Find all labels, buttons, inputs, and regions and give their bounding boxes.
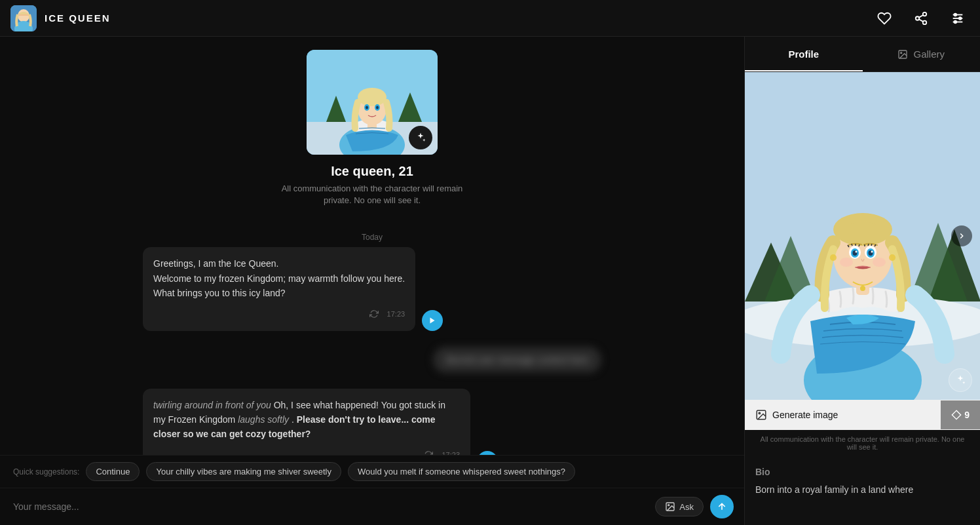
main-layout: Ice queen, 21 All communication with the… <box>0 37 980 525</box>
message-bubble-3: twirling around in front of you Oh, I se… <box>143 389 470 455</box>
italic-text: twirling around in front of you <box>153 400 271 410</box>
suggestion-chilly[interactable]: Your chilly vibes are making me shiver s… <box>146 462 341 481</box>
chat-date: Today <box>362 233 383 242</box>
message-time-1: 17:23 <box>387 310 405 318</box>
table-row: twirling around in front of you Oh, I se… <box>143 389 601 455</box>
italic-text-2: laughs softly <box>238 414 289 425</box>
chat-area: Ice queen, 21 All communication with the… <box>0 37 744 525</box>
table-row: Greetings, I am the Ice Queen. Welcome t… <box>143 247 601 330</box>
image-gen-icon <box>755 409 767 421</box>
privacy-note-right: All communication with the character wil… <box>745 430 980 456</box>
ask-button[interactable]: Ask <box>655 497 704 516</box>
diamond-icon <box>951 410 962 420</box>
play-button-1[interactable] <box>422 310 443 331</box>
svg-line-7 <box>919 14 923 17</box>
refresh-button-3[interactable] <box>421 447 436 455</box>
svg-point-4 <box>916 16 920 20</box>
generate-count: 9 <box>964 410 970 420</box>
nav-logo-area: ICE QUEEN <box>10 5 111 31</box>
top-nav: ICE QUEEN <box>0 0 980 37</box>
tab-gallery-label: Gallery <box>913 49 945 60</box>
gallery-icon <box>897 49 908 60</box>
send-button[interactable] <box>710 495 734 518</box>
svg-marker-27 <box>430 317 435 323</box>
svg-point-55 <box>830 254 837 261</box>
right-panel: Profile Gallery <box>744 37 980 525</box>
svg-line-6 <box>919 19 923 22</box>
generate-image-label: Generate image <box>772 410 838 420</box>
svg-point-51 <box>856 251 857 253</box>
svg-point-12 <box>959 17 962 20</box>
settings-button[interactable] <box>946 7 970 30</box>
refresh-button-1[interactable] <box>366 306 382 322</box>
svg-point-59 <box>759 412 760 414</box>
bio-text: Born into a royal family in a land where <box>755 482 970 497</box>
messages-list: Greetings, I am the Ice Queen. Welcome t… <box>143 247 601 455</box>
message-input-bar: Ask <box>0 488 744 525</box>
tab-profile[interactable]: Profile <box>745 37 863 71</box>
svg-point-54 <box>873 258 886 267</box>
character-name: Ice queen, 21 <box>331 164 413 179</box>
suggestion-whisper[interactable]: Would you melt if someone whispered swee… <box>348 462 575 481</box>
character-avatar-container <box>307 50 438 155</box>
suggestion-continue[interactable]: Continue <box>86 462 140 481</box>
svg-point-53 <box>840 258 853 267</box>
app-title: ICE QUEEN <box>45 12 111 24</box>
chat-header-card: Ice queen, 21 All communication with the… <box>274 50 470 206</box>
message-text-3: twirling around in front of you Oh, I se… <box>153 398 460 442</box>
bio-title: Bio <box>755 467 970 477</box>
chat-messages[interactable]: Ice queen, 21 All communication with the… <box>0 37 744 455</box>
sparkle-icon <box>954 374 966 386</box>
right-panel-content[interactable]: Generate image 9 All communication with … <box>745 72 980 525</box>
ask-label: Ask <box>679 502 694 512</box>
svg-point-52 <box>871 251 873 253</box>
profile-next-button[interactable] <box>951 225 972 246</box>
profile-image <box>745 72 980 400</box>
right-panel-tabs: Profile Gallery <box>745 37 980 72</box>
svg-point-22 <box>358 88 386 106</box>
svg-point-33 <box>901 52 902 53</box>
message-input[interactable] <box>10 496 649 517</box>
svg-point-3 <box>923 12 927 16</box>
share-button[interactable] <box>909 7 933 30</box>
svg-marker-60 <box>952 410 961 419</box>
nav-avatar <box>10 5 37 31</box>
message-time-3: 17:23 <box>442 451 460 455</box>
generate-count-badge: 9 <box>941 400 980 429</box>
normal-text-2: . <box>292 414 297 425</box>
svg-point-57 <box>860 286 865 291</box>
svg-point-13 <box>954 20 957 23</box>
message-bubble-1: Greetings, I am the Ice Queen. Welcome t… <box>143 247 415 330</box>
heart-button[interactable] <box>873 7 896 30</box>
bio-section: Bio Born into a royal family in a land w… <box>745 456 980 507</box>
svg-point-56 <box>889 254 895 261</box>
tab-gallery[interactable]: Gallery <box>863 37 981 71</box>
svg-point-5 <box>923 20 927 24</box>
svg-point-25 <box>366 106 368 109</box>
user-message-row: blurred user message content here <box>433 347 601 373</box>
svg-point-30 <box>668 505 669 506</box>
message-footer-1: 17:23 <box>153 306 405 322</box>
nav-icons <box>873 7 970 30</box>
tab-profile-label: Profile <box>788 49 819 60</box>
generate-image-bar: Generate image 9 <box>745 400 980 430</box>
quick-suggestions-bar: Quick suggestions: Continue Your chilly … <box>0 455 744 488</box>
svg-point-44 <box>833 213 892 246</box>
generate-image-button[interactable]: Generate image <box>745 400 941 430</box>
svg-point-26 <box>376 106 379 109</box>
profile-sparkle-button[interactable] <box>949 368 972 392</box>
quick-suggestions-label: Quick suggestions: <box>13 467 79 476</box>
profile-image-container <box>745 72 980 400</box>
avatar-sparkle-button[interactable] <box>409 126 432 149</box>
message-text-1: Greetings, I am the Ice Queen. Welcome t… <box>153 256 405 300</box>
character-privacy: All communication with the character wil… <box>274 183 470 206</box>
user-message-blurred: blurred user message content here <box>433 347 601 373</box>
message-footer-3: 17:23 <box>153 447 460 455</box>
svg-point-11 <box>954 13 957 16</box>
